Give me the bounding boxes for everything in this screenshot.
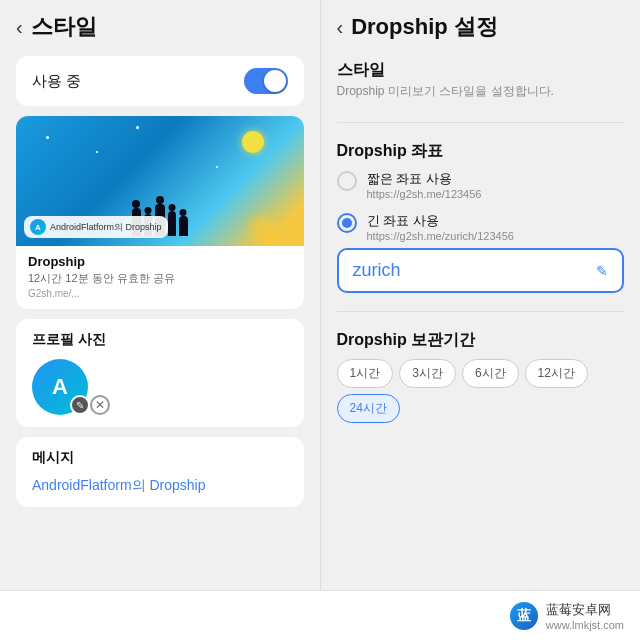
delete-avatar-button[interactable]: ✕ [90, 395, 110, 415]
logo-text: AndroidFlatform의 Dropship [50, 221, 162, 234]
star-decoration [96, 151, 98, 153]
toggle-section: 사용 중 [16, 56, 304, 106]
preview-image: A AndroidFlatform의 Dropship [16, 116, 304, 246]
watermark-logo: 蓝 [510, 602, 538, 630]
duration-3h[interactable]: 3시간 [399, 359, 456, 388]
profile-section: 프로필 사진 A ✎ ✕ [16, 319, 304, 427]
right-panel: ‹ Dropship 설정 스타일 Dropship 미리보기 스타일을 설정합… [321, 0, 641, 590]
zurich-value: zurich [353, 260, 401, 281]
right-back-button[interactable]: ‹ [337, 16, 344, 39]
coord-section: Dropship 좌표 짧은 좌표 사용 https://g2sh.me/123… [337, 141, 625, 293]
duration-options: 1시간 3시간 6시간 12시간 24시간 [337, 359, 625, 423]
zurich-input-box[interactable]: zurich ✎ [337, 248, 625, 293]
short-coord-radio[interactable] [337, 171, 357, 191]
left-back-button[interactable]: ‹ [16, 16, 23, 39]
right-panel-title: Dropship 설정 [351, 12, 498, 42]
long-coord-url: https://g2sh.me/zurich/123456 [367, 230, 514, 242]
duration-12h[interactable]: 12시간 [525, 359, 588, 388]
message-section: 메시지 AndroidFlatform의 Dropship [16, 437, 304, 507]
preview-info: Dropship 12시간 12분 동안 유효한 공유 G2sh.me/... [16, 246, 304, 299]
moon-decoration [242, 131, 264, 153]
star-decoration [46, 136, 49, 139]
left-header: ‹ 스타일 [16, 12, 304, 42]
short-coord-content: 짧은 좌표 사용 https://g2sh.me/123456 [367, 170, 482, 200]
preview-title: Dropship [28, 254, 292, 269]
watermark-url: www.lmkjst.com [546, 619, 624, 631]
left-panel-title: 스타일 [31, 12, 97, 42]
preview-card: A AndroidFlatform의 Dropship Dropship 12시… [16, 116, 304, 309]
short-coord-label: 짧은 좌표 사용 [367, 170, 482, 188]
long-coord-radio[interactable] [337, 213, 357, 233]
message-label: 메시지 [32, 449, 288, 467]
duration-1h[interactable]: 1시간 [337, 359, 394, 388]
long-coord-label: 긴 좌표 사용 [367, 212, 514, 230]
profile-label: 프로필 사진 [32, 331, 288, 349]
watermark-brand: 蓝莓安卓网 [546, 601, 624, 619]
preview-link: G2sh.me/... [28, 288, 292, 299]
duration-section-title: Dropship 보관기간 [337, 330, 625, 351]
duration-section: Dropship 보관기간 1시간 3시간 6시간 12시간 24시간 [337, 330, 625, 423]
duration-6h[interactable]: 6시간 [462, 359, 519, 388]
coord-section-title: Dropship 좌표 [337, 141, 625, 162]
zurich-edit-icon[interactable]: ✎ [596, 263, 608, 279]
profile-avatar-container: A ✎ ✕ [32, 359, 88, 415]
long-coord-content: 긴 좌표 사용 https://g2sh.me/zurich/123456 [367, 212, 514, 242]
section-divider [337, 122, 625, 123]
star-decoration [216, 166, 218, 168]
toggle-label: 사용 중 [32, 72, 81, 91]
active-toggle[interactable] [244, 68, 288, 94]
right-header: ‹ Dropship 설정 [337, 12, 625, 42]
short-coord-option[interactable]: 짧은 좌표 사용 https://g2sh.me/123456 [337, 164, 625, 206]
logo-badge: A AndroidFlatform의 Dropship [24, 216, 168, 238]
section-divider-2 [337, 311, 625, 312]
star-decoration [136, 126, 139, 129]
short-coord-url: https://g2sh.me/123456 [367, 188, 482, 200]
message-text[interactable]: AndroidFlatform의 Dropship [32, 477, 288, 495]
preview-subtitle: 12시간 12분 동안 유효한 공유 [28, 271, 292, 286]
logo-icon: A [30, 219, 46, 235]
watermark-info: 蓝莓安卓网 www.lmkjst.com [546, 601, 624, 631]
edit-avatar-button[interactable]: ✎ [70, 395, 90, 415]
long-coord-option[interactable]: 긴 좌표 사용 https://g2sh.me/zurich/123456 [337, 206, 625, 248]
style-section-title: 스타일 [337, 60, 625, 81]
duration-24h[interactable]: 24시간 [337, 394, 400, 423]
watermark-bar: 蓝 蓝莓安卓网 www.lmkjst.com [0, 590, 640, 640]
style-section-desc: Dropship 미리보기 스타일을 설정합니다. [337, 83, 625, 100]
style-section: 스타일 Dropship 미리보기 스타일을 설정합니다. [337, 60, 625, 100]
left-panel: ‹ 스타일 사용 중 [0, 0, 320, 590]
